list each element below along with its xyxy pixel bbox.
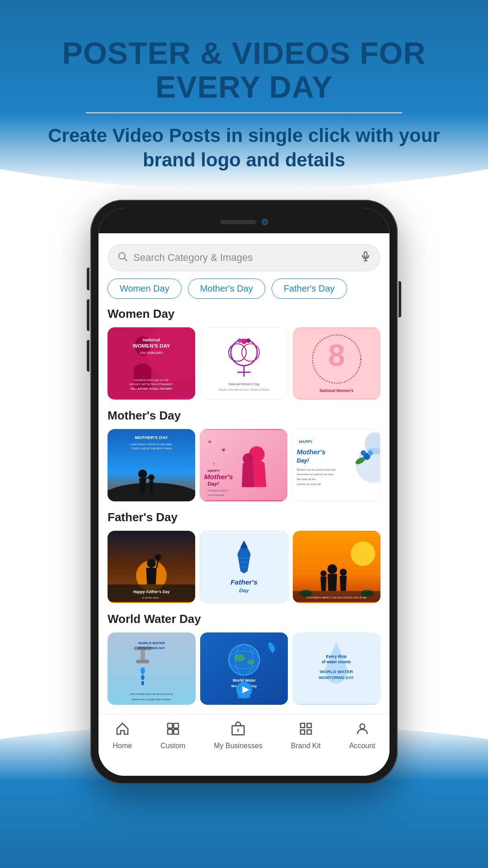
svg-text:12th FEBRUARY: 12th FEBRUARY [140, 351, 163, 354]
volume-up-button [87, 299, 89, 331]
nav-home[interactable]: Home [113, 722, 132, 750]
world-water-day-cards: WORLD WATER MONITORING DAY Let's remind … [108, 632, 380, 705]
phone-mockup: Search Category & Images Women [0, 200, 488, 784]
section-title-world-water-day: World Water Day [108, 612, 380, 626]
svg-text:Day!: Day! [297, 458, 309, 464]
sub-title: Create Video Posts in single click with … [0, 123, 488, 173]
svg-text:to all the dads...: to all the dads... [142, 596, 160, 599]
card-fd2[interactable]: Father's Day [200, 531, 288, 603]
svg-text:We thank all the: We thank all the [297, 478, 316, 481]
section-title-fathers-day: Father's Day [108, 510, 380, 524]
front-camera [262, 219, 268, 225]
svg-text:National Women's Day: National Women's Day [229, 382, 260, 386]
svg-text:WORLD WATER: WORLD WATER [320, 669, 353, 674]
section-title-mothers-day: Mother's Day [108, 409, 380, 423]
svg-point-52 [361, 450, 366, 456]
nav-custom[interactable]: Custom [160, 722, 185, 750]
card-wwd3[interactable]: Every drop of water counts WORLD WATER M… [292, 632, 380, 705]
svg-text:8: 8 [328, 338, 345, 372]
svg-text:WORLD WATER: WORLD WATER [138, 641, 165, 645]
svg-text:Mothers are the passion that w: Mothers are the passion that well [297, 468, 335, 471]
svg-rect-117 [168, 729, 173, 734]
svg-point-31 [138, 469, 147, 478]
card-wd3[interactable]: 8 National Women's [293, 327, 380, 400]
card-fd1[interactable]: Happy Father's Day to all the dads... [108, 531, 195, 603]
svg-point-92 [141, 675, 145, 680]
svg-text:Day: Day [239, 587, 249, 593]
svg-point-65 [155, 554, 161, 561]
section-title-women-day: Women Day [108, 307, 380, 321]
women-day-cards: National WOMEN'S DAY 12th FEBRUARY SATIS… [108, 327, 380, 400]
power-button [399, 281, 401, 317]
search-icon [117, 251, 128, 264]
svg-rect-115 [168, 723, 173, 728]
svg-point-82 [320, 571, 327, 577]
nav-account[interactable]: Account [349, 722, 375, 750]
nav-brand-kit[interactable]: Brand Kit [291, 722, 321, 750]
svg-point-93 [141, 681, 144, 685]
svg-text:A mother's love is: A mother's love is [207, 489, 228, 492]
svg-text:SATISFACTION LIES IN THE: SATISFACTION LIES IN THE [134, 379, 169, 382]
nav-home-label: Home [113, 742, 132, 750]
svg-point-80 [328, 564, 337, 574]
account-icon [355, 722, 370, 739]
svg-text:mothers for their role.: mothers for their role. [297, 482, 322, 485]
bottom-nav: Home Custom [99, 714, 389, 759]
svg-point-122 [360, 724, 365, 729]
svg-text:Day!: Day! [207, 480, 219, 486]
title-divider [86, 112, 402, 113]
svg-point-64 [147, 559, 155, 567]
svg-text:Mother's: Mother's [204, 473, 233, 481]
card-fd3[interactable]: A FATHER'S IMPACT ON HIS CHILD'S LIFE IS… [293, 531, 380, 603]
svg-rect-118 [174, 729, 178, 734]
svg-text:MONITORING DAY: MONITORING DAY [319, 675, 354, 680]
svg-point-79 [351, 542, 375, 566]
chip-women-day[interactable]: Women Day [108, 278, 182, 299]
search-bar[interactable]: Search Category & Images [108, 244, 380, 271]
svg-text:WOMEN'S DAY: WOMEN'S DAY [132, 343, 170, 349]
svg-text:of water counts: of water counts [322, 660, 351, 664]
svg-point-20 [241, 339, 247, 344]
chip-mothers-day[interactable]: Mother's Day [188, 278, 265, 299]
mothers-day-cards: MOTHER'S DAY A MOTHER'S TOUCH IS HEALING… [108, 429, 380, 501]
mic-icon[interactable] [360, 251, 371, 264]
svg-rect-90 [136, 660, 149, 663]
svg-rect-89 [141, 650, 145, 661]
card-wwd1[interactable]: WORLD WATER MONITORING DAY Let's remind … [108, 632, 196, 705]
nav-my-businesses[interactable]: My Businesses [214, 722, 263, 750]
svg-point-22 [246, 338, 251, 343]
svg-text:National Women's: National Women's [319, 388, 353, 393]
svg-text:♥: ♥ [213, 461, 216, 466]
svg-text:Happy Father's Day: Happy Father's Day [133, 590, 170, 594]
svg-point-102 [235, 654, 245, 661]
nav-account-label: Account [349, 742, 375, 750]
svg-text:themselves to improve our live: themselves to improve our lives. [297, 473, 334, 476]
phone-screen: Search Category & Images Women [99, 233, 389, 776]
card-md1[interactable]: MOTHER'S DAY A MOTHER'S TOUCH IS HEALING… [108, 429, 195, 501]
nav-custom-label: Custom [160, 742, 185, 750]
svg-point-53 [368, 450, 373, 456]
phone-notch [99, 208, 389, 233]
svg-rect-2 [364, 252, 367, 257]
card-md2[interactable]: ♥ ♥ ✿ HAPPY Mother's Day! A mother's lov… [200, 429, 287, 501]
svg-text:Salute to the Women soul, Salu: Salute to the Women soul, Salute to Flow… [219, 388, 269, 391]
svg-text:HAPPY: HAPPY [207, 468, 220, 472]
card-wwd2[interactable]: World Water Monitoring Day SAVE Water [200, 632, 288, 705]
svg-text:Father's: Father's [230, 578, 258, 586]
volume-down-button [87, 340, 89, 372]
svg-point-99 [229, 644, 259, 675]
main-title: POSTER & VIDEOS FOR EVERY DAY [0, 36, 488, 104]
card-wd2[interactable]: National Women's Day Salute to the Women… [200, 327, 288, 400]
svg-line-1 [125, 258, 127, 261]
section-fathers-day: Father's Day [99, 510, 389, 612]
my-businesses-icon [231, 722, 245, 739]
svg-text:MONITORING DAY: MONITORING DAY [138, 646, 165, 650]
svg-text:Mother's: Mother's [297, 448, 326, 456]
card-wd1[interactable]: National WOMEN'S DAY 12th FEBRUARY SATIS… [108, 327, 195, 400]
card-md3[interactable]: HAPPY Mother's Day! Mothers are the pass… [292, 429, 380, 501]
category-chips: Women Day Mother's Day Father's Day [99, 278, 389, 307]
brand-kit-icon [299, 722, 313, 739]
svg-text:National: National [143, 337, 160, 342]
section-women-day: Women Day National [99, 307, 389, 409]
chip-fathers-day[interactable]: Father's Day [272, 278, 347, 299]
